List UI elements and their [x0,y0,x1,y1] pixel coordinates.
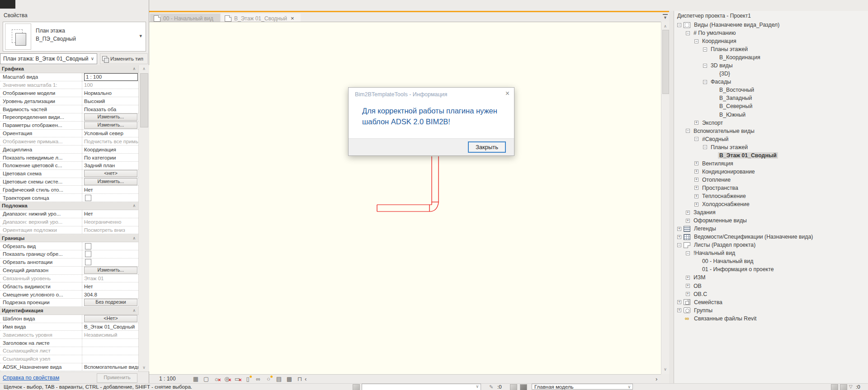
expand-icon[interactable]: + [686,292,690,296]
properties-help-link[interactable]: Справка по свойствам [3,375,59,381]
property-value-button[interactable]: Изменить... [84,122,137,129]
tree-item[interactable]: В_Западный [674,94,868,102]
tree-item[interactable]: +Кондиционирование [674,168,868,176]
selection-toggle-icon[interactable] [520,384,527,390]
tree-item[interactable]: −!Начальный вид [674,249,868,257]
property-value[interactable]: Изменить... [82,178,138,186]
collapse-view-bar-icon[interactable]: ‹ [305,376,307,382]
tree-item[interactable]: +Легенды [674,225,868,233]
tree-item[interactable]: +Холодоснабжение [674,200,868,208]
property-value[interactable]: Условный север [82,130,138,137]
tree-item[interactable]: +Ведомости/Спецификации (Назначение вида… [674,233,868,241]
tree-item[interactable]: −Координация [674,37,868,45]
property-value[interactable]: 304.8 [82,291,138,298]
property-value[interactable]: Независимый [82,331,138,338]
crop-view-icon[interactable]: ▭✕ [232,375,242,383]
tree-item[interactable]: ∞Связанные файлы Revit [674,315,868,323]
edit-type-button[interactable]: Изменить тип [100,53,148,64]
visual-style-icon[interactable]: ▦ [191,375,201,383]
property-value[interactable] [82,242,138,250]
property-value[interactable]: В_Этаж 01_Сводный [82,323,138,331]
chevron-down-icon[interactable]: ∨ [627,384,631,390]
property-value-input[interactable]: 1 : 100 [84,73,138,81]
property-value[interactable]: Показать оба [82,105,138,113]
property-value[interactable]: Изменить... [82,122,138,129]
worksets-icon[interactable] [353,384,360,390]
property-value-button[interactable]: Изменить... [84,113,137,121]
collapse-icon[interactable]: − [677,23,681,27]
tree-item[interactable]: 01 - Информация о проекте [674,265,868,273]
expand-icon[interactable]: + [677,308,681,312]
expand-icon[interactable]: + [686,276,690,280]
scroll-thumb[interactable] [662,30,669,94]
checkbox[interactable] [85,243,91,249]
property-value-button[interactable]: Изменить... [84,267,137,274]
collapse-icon[interactable]: − [686,31,690,35]
view-type-combobox[interactable]: План этажа: В_Этаж 01_Сводный ∨ [0,53,97,64]
property-value[interactable]: Вспомогательные виды [82,363,138,371]
expand-icon[interactable]: + [677,227,681,231]
expand-icon[interactable]: + [686,219,690,223]
press-drag-icon[interactable] [840,384,847,390]
tree-item[interactable]: −Фасады [674,78,868,86]
property-value[interactable] [82,339,138,347]
tree-item[interactable]: −Листы (Раздел проекта) [674,241,868,249]
detail-level-icon[interactable]: ▢ [201,375,211,383]
property-value[interactable] [82,250,138,258]
tree-item[interactable]: +Группы [674,306,868,315]
property-value-button[interactable]: <Нет> [84,315,137,322]
expand-icon[interactable]: + [686,211,690,215]
tree-item[interactable]: В_Южный [674,111,868,119]
property-section-header[interactable]: Подложка∧ [0,202,138,210]
tree-item[interactable]: −#Сводный [674,135,868,143]
section-collapse-icon[interactable]: ∧ [132,66,138,71]
property-value[interactable]: <Нет> [82,315,138,323]
scroll-right-icon[interactable]: › [656,376,657,382]
collapse-icon[interactable]: − [686,129,690,133]
expand-icon[interactable]: + [694,121,698,125]
property-value[interactable]: Без подрезки [82,299,138,306]
tree-item[interactable]: −Планы этажей [674,45,868,53]
property-value[interactable]: Нет [82,282,138,290]
type-selector-dropdown-icon[interactable]: ▾ [139,33,142,39]
collapse-icon[interactable]: − [703,47,707,52]
close-button[interactable]: Закрыть [468,141,506,153]
checkbox[interactable] [85,259,91,265]
property-value[interactable]: Изменить... [82,113,138,121]
sun-path-icon[interactable]: ☼✕ [212,375,222,383]
chevron-down-icon[interactable]: ∨ [476,384,479,389]
drawing-canvas[interactable] [149,22,661,374]
canvas-vertical-scrollbar[interactable]: ∧ ∨ [661,22,669,374]
filter-icon[interactable]: ▽ [849,384,853,389]
properties-scrollbar[interactable]: ∧ ∨ [138,65,149,371]
tree-item[interactable]: +Задания [674,208,868,216]
reveal-constraints-icon[interactable]: ⊓ [295,375,305,383]
close-icon[interactable]: × [505,89,509,98]
exclude-options-icon[interactable] [831,384,838,390]
tree-item[interactable]: +Теплоснабжение [674,192,868,200]
section-collapse-icon[interactable]: ∧ [132,308,138,313]
collapse-icon[interactable]: − [677,243,681,247]
property-value[interactable] [82,194,138,202]
expand-icon[interactable]: + [694,186,698,190]
tree-item[interactable]: +Оформленные виды [674,216,868,225]
view-tab-list-icon[interactable]: ▼ [661,13,669,20]
collapse-icon[interactable]: − [694,137,698,141]
checkbox[interactable] [85,251,91,257]
property-value[interactable]: Координация [82,146,138,153]
property-value[interactable]: Нет [82,210,138,218]
property-value[interactable]: По категории [82,154,138,161]
collapse-icon[interactable]: − [686,251,690,255]
property-value[interactable]: Изменить... [82,267,138,274]
collapse-icon[interactable]: − [703,64,707,68]
tree-item[interactable]: +Семейства [674,298,868,306]
close-tab-icon[interactable]: × [291,15,294,21]
tree-item[interactable]: −Виды (Назначение вида_Раздел) [674,21,868,29]
temporary-view-properties-icon[interactable]: ▤ [274,375,284,383]
property-value[interactable]: Нормально [82,89,138,97]
tree-item[interactable]: +Пространства [674,184,868,192]
tree-item[interactable]: −Планы этажей [674,143,868,151]
expand-icon[interactable]: + [694,194,698,198]
property-value[interactable]: <нет> [82,170,138,178]
tree-item[interactable]: 00 - Начальный вид [674,257,868,265]
